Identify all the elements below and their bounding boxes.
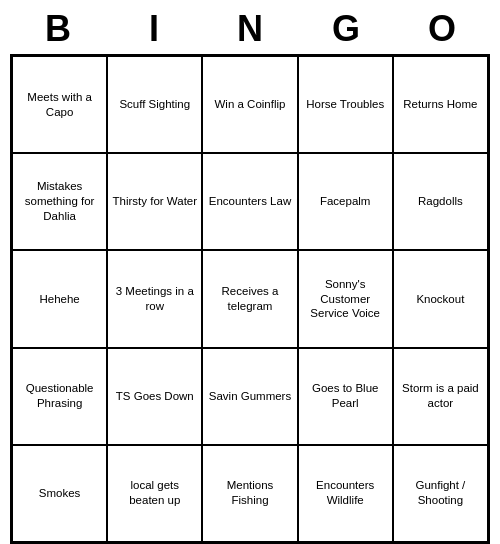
bingo-cell-8[interactable]: Facepalm <box>298 153 393 250</box>
bingo-cell-4[interactable]: Returns Home <box>393 56 488 153</box>
bingo-cell-5[interactable]: Mistakes something for Dahlia <box>12 153 107 250</box>
bingo-cell-1[interactable]: Scuff Sighting <box>107 56 202 153</box>
letter-o: O <box>398 8 486 50</box>
bingo-cell-17[interactable]: Savin Gummers <box>202 348 297 445</box>
bingo-cell-12[interactable]: Receives a telegram <box>202 250 297 347</box>
bingo-cell-11[interactable]: 3 Meetings in a row <box>107 250 202 347</box>
bingo-cell-19[interactable]: Storm is a paid actor <box>393 348 488 445</box>
bingo-cell-18[interactable]: Goes to Blue Pearl <box>298 348 393 445</box>
letter-g: G <box>302 8 390 50</box>
bingo-cell-15[interactable]: Questionable Phrasing <box>12 348 107 445</box>
bingo-cell-21[interactable]: local gets beaten up <box>107 445 202 542</box>
bingo-cell-23[interactable]: Encounters Wildlife <box>298 445 393 542</box>
bingo-cell-7[interactable]: Encounters Law <box>202 153 297 250</box>
bingo-cell-2[interactable]: Win a Coinflip <box>202 56 297 153</box>
bingo-cell-22[interactable]: Mentions Fishing <box>202 445 297 542</box>
bingo-cell-14[interactable]: Knockout <box>393 250 488 347</box>
bingo-cell-16[interactable]: TS Goes Down <box>107 348 202 445</box>
bingo-cell-0[interactable]: Meets with a Capo <box>12 56 107 153</box>
bingo-cell-24[interactable]: Gunfight / Shooting <box>393 445 488 542</box>
bingo-grid: Meets with a CapoScuff SightingWin a Coi… <box>10 54 490 544</box>
bingo-cell-6[interactable]: Thirsty for Water <box>107 153 202 250</box>
bingo-cell-20[interactable]: Smokes <box>12 445 107 542</box>
letter-n: N <box>206 8 294 50</box>
bingo-header: B I N G O <box>10 0 490 54</box>
bingo-cell-9[interactable]: Ragdolls <box>393 153 488 250</box>
letter-i: I <box>110 8 198 50</box>
bingo-cell-13[interactable]: Sonny's Customer Service Voice <box>298 250 393 347</box>
bingo-cell-10[interactable]: Hehehe <box>12 250 107 347</box>
letter-b: B <box>14 8 102 50</box>
bingo-cell-3[interactable]: Horse Troubles <box>298 56 393 153</box>
